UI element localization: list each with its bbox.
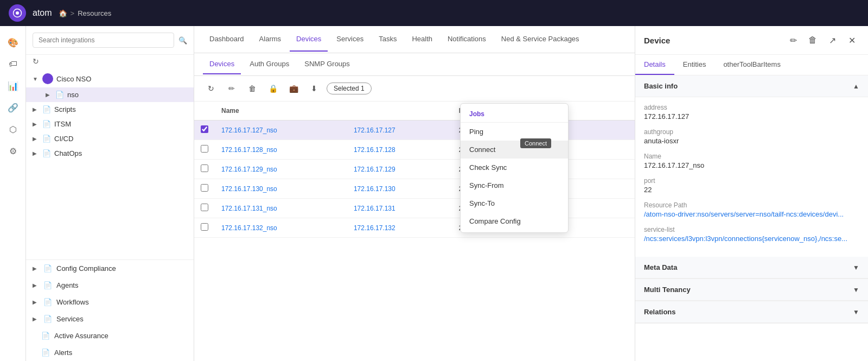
sidebar-item-label: nso bbox=[67, 91, 79, 99]
tab-ned-service-packages[interactable]: Ned & Service Packages bbox=[495, 27, 586, 52]
table-header-name[interactable]: Name bbox=[215, 102, 347, 121]
field-name: Name 172.16.17.127_nso bbox=[644, 153, 859, 169]
relations-title: Relations bbox=[644, 308, 676, 316]
context-menu-header: Jobs bbox=[461, 106, 568, 123]
table-row: 172.16.17.132_nso 172.16.17.132 22 bbox=[194, 218, 635, 238]
sub-tab-snmp-groups[interactable]: SNMP Groups bbox=[298, 54, 356, 74]
context-menu-sync-to[interactable]: Sync-To bbox=[461, 194, 568, 212]
delete-button[interactable]: 🗑 bbox=[244, 80, 260, 97]
network-icon[interactable]: 🔗 bbox=[3, 98, 23, 117]
top-bar: atom 🏠 > Resources bbox=[0, 0, 868, 26]
device-address-link[interactable]: 172.16.17.129 bbox=[354, 166, 395, 173]
gear-icon[interactable]: ⚙ bbox=[3, 141, 23, 161]
device-address-link[interactable]: 172.16.17.131 bbox=[354, 205, 395, 212]
tab-alarms[interactable]: Alarms bbox=[253, 27, 288, 52]
refresh-button[interactable]: ↻ bbox=[203, 80, 219, 97]
context-menu-ping[interactable]: Ping bbox=[461, 123, 568, 141]
right-panel-tabs: Details Entities otherToolBarItems bbox=[635, 55, 868, 75]
field-value-resource-path[interactable]: /atom-nso-driver:nso/servers/server=nso/… bbox=[644, 210, 859, 218]
tab-tasks[interactable]: Tasks bbox=[372, 27, 403, 52]
integrations-icon[interactable]: ⬡ bbox=[3, 119, 23, 139]
search-icon[interactable]: 🔍 bbox=[178, 36, 187, 45]
tag-icon[interactable]: 🏷 bbox=[3, 54, 23, 74]
delete-panel-button[interactable]: 🗑 bbox=[805, 33, 820, 48]
palette-icon[interactable]: 🎨 bbox=[3, 33, 23, 52]
field-label-service-list: service-list bbox=[644, 226, 859, 233]
device-address-link[interactable]: 172.16.17.128 bbox=[354, 146, 395, 154]
panel-tab-entities[interactable]: Entities bbox=[674, 55, 715, 75]
data-table: Name Port Lsa-Remote-Node 172.16.17.127_… bbox=[194, 102, 635, 361]
expand-panel-button[interactable]: ↗ bbox=[825, 33, 840, 48]
sidebar-item-agents[interactable]: ▶ 📄 Agents bbox=[26, 277, 194, 294]
chevron-down-icon: ▼ bbox=[33, 76, 39, 82]
panel-tab-details[interactable]: Details bbox=[635, 55, 674, 75]
tab-dashboard[interactable]: Dashboard bbox=[203, 27, 251, 52]
sidebar-refresh-button[interactable]: ↻ bbox=[26, 55, 194, 68]
meta-data-header[interactable]: Meta Data ▼ bbox=[635, 257, 868, 278]
download-button[interactable]: ⬇ bbox=[306, 80, 322, 97]
sidebar-item-label: Alerts bbox=[54, 349, 72, 357]
relations-header[interactable]: Relations ▼ bbox=[635, 301, 868, 323]
sidebar-item-services[interactable]: ▶ 📄 Services bbox=[26, 311, 194, 327]
context-menu-compare-config[interactable]: Compare Config bbox=[461, 212, 568, 230]
context-menu-sync-from[interactable]: Sync-From bbox=[461, 176, 568, 194]
right-panel-title: Device bbox=[644, 36, 670, 45]
file-icon: 📄 bbox=[55, 91, 64, 99]
sub-tab-auth-groups[interactable]: Auth Groups bbox=[243, 54, 296, 74]
sidebar-item-alerts[interactable]: 📄 Alerts bbox=[26, 344, 194, 361]
file-icon: 📄 bbox=[42, 149, 51, 157]
context-menu-connect[interactable]: Connect Connect bbox=[461, 141, 568, 159]
sidebar-item-label: CI/CD bbox=[54, 135, 73, 143]
tab-notifications[interactable]: Notifications bbox=[441, 27, 493, 52]
selected-badge[interactable]: Selected 1 bbox=[327, 83, 372, 94]
home-icon[interactable]: 🏠 bbox=[59, 9, 67, 17]
sub-tab-devices[interactable]: Devices bbox=[203, 54, 241, 74]
device-name-link[interactable]: 172.16.17.132_nso bbox=[221, 224, 277, 232]
sidebar-item-scripts[interactable]: ▶ 📄 Scripts bbox=[26, 102, 194, 117]
field-value-name: 172.16.17.127_nso bbox=[644, 161, 859, 169]
section-collapse-icon: ▲ bbox=[853, 83, 859, 90]
tab-devices[interactable]: Devices bbox=[290, 27, 328, 52]
device-address-link[interactable]: 172.16.17.127 bbox=[354, 126, 395, 134]
basic-info-header[interactable]: Basic info ▲ bbox=[635, 75, 868, 97]
tab-services[interactable]: Services bbox=[330, 27, 370, 52]
sidebar-item-config-compliance[interactable]: ▶ 📄 Config Compliance bbox=[26, 260, 194, 277]
field-value-service-list[interactable]: /ncs:services/l3vpn:l3vpn/connections{se… bbox=[644, 235, 859, 243]
device-name-link[interactable]: 172.16.17.128_nso bbox=[221, 146, 277, 154]
chevron-right-icon: ▶ bbox=[33, 316, 39, 322]
sidebar-item-itsm[interactable]: ▶ 📄 ITSM bbox=[26, 117, 194, 131]
row-checkbox[interactable] bbox=[201, 204, 208, 211]
table-area: ↻ ✏ 🗑 🔒 💼 ⬇ Selected 1 Jobs Ping Connect… bbox=[194, 76, 635, 361]
device-name-link[interactable]: 172.16.17.130_nso bbox=[221, 185, 277, 193]
bar-chart-icon[interactable]: 📊 bbox=[3, 76, 23, 96]
row-checkbox[interactable] bbox=[201, 184, 208, 192]
edit-button[interactable]: ✏ bbox=[224, 80, 240, 97]
multi-tenancy-header[interactable]: Multi Tenancy ▼ bbox=[635, 279, 868, 301]
row-checkbox[interactable] bbox=[201, 125, 208, 133]
lock-button[interactable]: 🔒 bbox=[265, 80, 281, 97]
edit-panel-button[interactable]: ✏ bbox=[786, 33, 801, 48]
sidebar-item-workflows[interactable]: ▶ 📄 Workflows bbox=[26, 294, 194, 311]
sidebar-item-chatops[interactable]: ▶ 📄 ChatOps bbox=[26, 146, 194, 161]
search-input[interactable] bbox=[33, 33, 174, 48]
context-menu-check-sync[interactable]: Check Sync bbox=[461, 159, 568, 176]
breadcrumb-separator: > bbox=[71, 9, 75, 17]
section-expand-icon: ▼ bbox=[853, 286, 859, 294]
panel-tab-other[interactable]: otherToolBarItems bbox=[714, 55, 789, 75]
row-checkbox[interactable] bbox=[201, 164, 208, 172]
close-panel-button[interactable]: ✕ bbox=[844, 33, 859, 48]
device-name-link[interactable]: 172.16.17.131_nso bbox=[221, 205, 277, 212]
device-address-link[interactable]: 172.16.17.132 bbox=[354, 224, 395, 232]
device-name-link[interactable]: 172.16.17.129_nso bbox=[221, 166, 277, 173]
sidebar-item-nso[interactable]: ▶ 📄 nso bbox=[26, 87, 194, 102]
device-address-link[interactable]: 172.16.17.130 bbox=[354, 185, 395, 193]
sidebar-item-cicd[interactable]: ▶ 📄 CI/CD bbox=[26, 131, 194, 146]
row-checkbox[interactable] bbox=[201, 145, 208, 153]
row-checkbox[interactable] bbox=[201, 223, 208, 231]
section-expand-icon: ▼ bbox=[853, 264, 859, 271]
briefcase-button[interactable]: 💼 bbox=[285, 80, 302, 97]
sidebar-item-cisco-nso[interactable]: ▼ Cisco NSO bbox=[26, 70, 194, 87]
sidebar-item-active-assurance[interactable]: 📄 Active Assurance bbox=[26, 327, 194, 344]
device-name-link[interactable]: 172.16.17.127_nso bbox=[221, 126, 277, 134]
tab-health[interactable]: Health bbox=[405, 27, 439, 52]
